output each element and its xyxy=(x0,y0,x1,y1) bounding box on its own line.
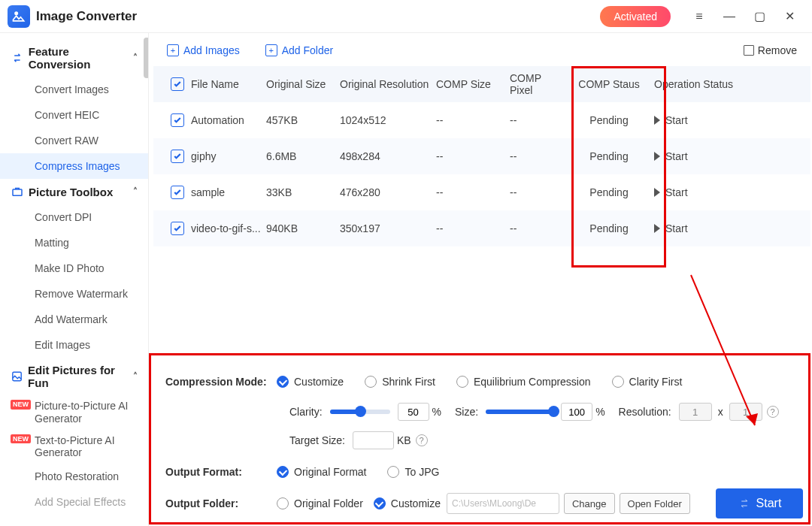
table-row: sample 33KB 476x280 -- -- Pending Start xyxy=(153,174,810,210)
target-size-unit: KB xyxy=(397,434,411,446)
row-start-button[interactable]: Start xyxy=(654,150,800,162)
sidebar-item-convert-dpi[interactable]: Convert DPI xyxy=(0,204,148,230)
help-icon[interactable]: ? xyxy=(416,434,428,446)
clarity-slider[interactable] xyxy=(330,410,390,414)
sidebar-item-pic2pic-ai[interactable]: NEW Picture-to-Picture AI Generator xyxy=(0,395,148,430)
radio-label: Customize xyxy=(294,376,344,388)
sidebar-item-remove-watermark[interactable]: Remove Watermark xyxy=(0,281,148,307)
add-images-button[interactable]: + Add Images xyxy=(167,44,240,56)
slider-thumb[interactable] xyxy=(548,406,559,417)
chevron-up-icon: ˄ xyxy=(133,53,138,63)
sidebar-item-make-id-photo[interactable]: Make ID Photo xyxy=(0,255,148,281)
cell-file-name: Automation xyxy=(191,114,266,126)
help-icon[interactable]: ? xyxy=(767,406,779,418)
conversion-icon xyxy=(11,51,24,65)
resolution-label: Resolution: xyxy=(619,406,671,418)
checkbox-row[interactable] xyxy=(171,222,184,235)
table-header: File Name Original Size Original Resolut… xyxy=(153,66,810,102)
cell-comp-pixel: -- xyxy=(510,186,564,198)
sidebar-item-add-special-effects[interactable]: Add Special Effects xyxy=(0,489,148,515)
cell-comp-pixel: -- xyxy=(510,150,564,162)
open-folder-button[interactable]: Open Folder xyxy=(620,493,690,514)
play-icon xyxy=(654,116,660,125)
clarity-unit: % xyxy=(432,406,441,418)
cell-file-name: sample xyxy=(191,186,266,198)
section-edit-for-fun[interactable]: Edit Pictures for Fun ˄ xyxy=(0,358,148,395)
row-start-button[interactable]: Start xyxy=(654,114,800,126)
start-button[interactable]: Start xyxy=(716,488,803,518)
resolution-height[interactable] xyxy=(729,403,762,421)
sidebar-item-edit-images[interactable]: Edit Images xyxy=(0,332,148,358)
chevron-up-icon: ˄ xyxy=(133,371,138,382)
radio-equilibrium[interactable] xyxy=(456,376,468,388)
radio-label: Shrink First xyxy=(382,376,435,388)
cell-comp-status: Pending xyxy=(564,114,654,126)
th-operation-status: Operation Status xyxy=(654,78,800,90)
radio-original-format[interactable] xyxy=(277,466,289,478)
transfer-icon xyxy=(738,497,751,510)
target-size-label: Target Size: xyxy=(289,434,345,446)
scrollbar-thumb[interactable] xyxy=(144,38,149,78)
table-row: video-to-gif-s... 940KB 350x197 -- -- Pe… xyxy=(153,210,810,246)
play-icon xyxy=(654,188,660,197)
chevron-up-icon: ˄ xyxy=(133,186,138,197)
sidebar-item-photo-restoration[interactable]: Photo Restoration xyxy=(0,464,148,489)
cell-original-resolution: 350x197 xyxy=(340,222,436,234)
sidebar-item-matting[interactable]: Matting xyxy=(0,230,148,255)
radio-label: Customize xyxy=(391,497,441,509)
sidebar-item-text2pic-ai[interactable]: NEW Text-to-Picture AI Generator xyxy=(0,430,148,464)
checkbox-row[interactable] xyxy=(171,150,184,163)
radio-shrink-first[interactable] xyxy=(365,376,377,388)
cell-comp-status: Pending xyxy=(564,150,654,162)
sidebar-item-add-watermark[interactable]: Add Watermark xyxy=(0,307,148,332)
size-unit: % xyxy=(595,406,604,418)
section-label: Edit Pictures for Fun xyxy=(28,364,133,389)
cell-comp-pixel: -- xyxy=(510,114,564,126)
target-size-input[interactable] xyxy=(353,431,394,449)
cell-comp-size: -- xyxy=(436,186,510,198)
slider-thumb[interactable] xyxy=(355,406,366,417)
change-folder-button[interactable]: Change xyxy=(564,493,615,514)
sidebar-item-compress-images[interactable]: Compress Images xyxy=(0,153,148,179)
section-feature-conversion[interactable]: Feature Conversion ˄ xyxy=(0,39,148,77)
sidebar-item-convert-heic[interactable]: Convert HEIC xyxy=(0,102,148,128)
checkbox-all[interactable] xyxy=(171,77,184,91)
radio-label: Original Format xyxy=(294,466,366,478)
output-folder-path[interactable] xyxy=(447,493,559,514)
sidebar-item-convert-raw[interactable]: Convert RAW xyxy=(0,128,148,153)
size-slider[interactable] xyxy=(486,410,553,414)
output-format-label: Output Format: xyxy=(165,466,277,478)
svg-rect-1 xyxy=(13,189,22,195)
radio-to-jpg[interactable] xyxy=(387,466,399,478)
radio-clarity-first[interactable] xyxy=(612,376,624,388)
maximize-button[interactable]: ▢ xyxy=(747,5,771,29)
size-input[interactable] xyxy=(561,403,592,421)
add-folder-button[interactable]: + Add Folder xyxy=(265,44,333,56)
cell-comp-size: -- xyxy=(436,222,510,234)
new-badge: NEW xyxy=(11,400,31,410)
checkbox-row[interactable] xyxy=(171,186,184,199)
menu-icon[interactable]: ≡ xyxy=(687,5,711,29)
compression-mode-label: Compression Mode: xyxy=(165,376,277,388)
svg-point-0 xyxy=(15,12,17,14)
sidebar: Feature Conversion ˄ Convert Images Conv… xyxy=(0,33,149,526)
clarity-input[interactable] xyxy=(398,403,429,421)
resolution-width[interactable] xyxy=(679,403,712,421)
clarity-label: Clarity: xyxy=(289,406,323,418)
cell-comp-status: Pending xyxy=(564,186,654,198)
table-row: Automation 457KB 1024x512 -- -- Pending … xyxy=(153,102,810,138)
row-start-button[interactable]: Start xyxy=(654,222,800,234)
row-start-button[interactable]: Start xyxy=(654,186,800,198)
minimize-button[interactable]: — xyxy=(717,5,741,29)
remove-button[interactable]: Remove xyxy=(744,44,797,56)
radio-original-folder[interactable] xyxy=(277,497,289,509)
close-button[interactable]: ✕ xyxy=(777,5,801,29)
activated-badge: Activated xyxy=(600,6,671,27)
cell-original-resolution: 498x284 xyxy=(340,150,436,162)
checkbox-row[interactable] xyxy=(171,113,184,127)
radio-customize[interactable] xyxy=(277,376,289,388)
sidebar-item-convert-images[interactable]: Convert Images xyxy=(0,77,148,102)
section-picture-toolbox[interactable]: Picture Toolbox ˄ xyxy=(0,179,148,204)
radio-customize-folder[interactable] xyxy=(374,497,386,509)
cell-file-name: video-to-gif-s... xyxy=(191,222,266,234)
